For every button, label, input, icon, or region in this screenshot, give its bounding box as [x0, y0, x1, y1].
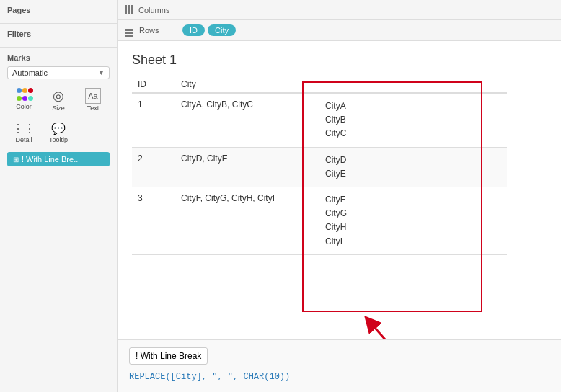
table-row: 3 CityF, CityG, CityH, CityI CityFCityGC…: [132, 187, 507, 254]
columns-label: Columns: [125, 5, 182, 15]
marks-section: Marks Automatic ▼ Color: [0, 48, 117, 172]
marks-label: Marks: [7, 53, 110, 62]
row-3-city-expanded: CityFCityGCityHCityI: [319, 187, 464, 254]
text-icon: Aa: [85, 88, 101, 104]
detail-label: Detail: [15, 136, 32, 143]
tooltip-label: Tooltip: [49, 136, 68, 143]
columns-icon: [125, 5, 136, 15]
main-content: Columns Rows ID City Sheet 1 ID: [118, 0, 561, 392]
size-label: Size: [52, 104, 65, 112]
id-pill[interactable]: ID: [182, 24, 205, 36]
filters-label: Filters: [7, 30, 110, 38]
formula-area: ! With Line Break REPLACE([City], ", ", …: [118, 339, 561, 392]
data-table: ID City 1 CityA, CityB, CityC CityACityB…: [132, 76, 507, 255]
color-label: Color: [16, 103, 32, 110]
dot-teal: [28, 96, 33, 101]
row-2-city-expanded: CityDCityE: [319, 147, 464, 187]
dot-purple: [22, 96, 27, 101]
rows-text: Rows: [139, 26, 159, 35]
row-3-id: 3: [132, 187, 175, 254]
tooltip-icon: 💬: [51, 122, 66, 135]
red-arrow: [355, 308, 399, 339]
formula-name-display: ! With Line Break: [129, 347, 549, 369]
rows-row: Rows ID City: [118, 20, 561, 40]
detail-icon: ⋮⋮: [12, 122, 35, 135]
table-row: 2 CityD, CityE CityDCityE: [132, 147, 507, 187]
col-header-id: ID: [132, 76, 175, 93]
col-header-spacer: [464, 76, 507, 93]
columns-text: Columns: [138, 6, 169, 14]
filters-section: Filters: [0, 24, 117, 48]
color-button[interactable]: Color: [7, 85, 40, 115]
rows-label: Rows: [125, 24, 182, 37]
col-header-empty: [319, 76, 464, 93]
sidebar: Pages Filters Marks Automatic ▼: [0, 0, 118, 392]
size-icon: ◎: [53, 88, 64, 104]
rows-icon: [125, 24, 136, 37]
marks-buttons-grid: Color ◎ Size Aa Text: [7, 85, 110, 115]
row-2-city: CityD, CityE: [175, 147, 319, 187]
with-line-break-label: ! With Line Bre..: [22, 155, 78, 164]
pages-section: Pages: [0, 0, 117, 24]
marks-buttons-grid2: ⋮⋮ Detail 💬 Tooltip: [7, 119, 110, 146]
col-header-city: City: [175, 76, 319, 93]
with-line-break-button[interactable]: ⊞ ! With Line Bre..: [7, 152, 110, 166]
row-1-spacer: [464, 93, 507, 147]
detail-button[interactable]: ⋮⋮ Detail: [7, 119, 40, 146]
table-row: 1 CityA, CityB, CityC CityACityBCityC: [132, 93, 507, 147]
with-line-break-icon: ⊞: [13, 156, 19, 164]
text-button[interactable]: Aa Text: [76, 85, 110, 115]
row-1-city: CityA, CityB, CityC: [175, 93, 319, 147]
row-1-city-expanded: CityACityBCityC: [319, 93, 464, 147]
color-icon: [17, 88, 31, 102]
sheet-canvas: Sheet 1 ID City 1 CityA, CityB, CityC Ci…: [118, 41, 561, 339]
row-2-id: 2: [132, 147, 175, 187]
row-2-spacer: [464, 147, 507, 187]
svg-line-1: [370, 322, 390, 339]
formula-code: REPLACE([City], ", ", CHAR(10)): [129, 369, 549, 385]
dot-orange: [22, 88, 27, 93]
formula-name-input[interactable]: ! With Line Break: [129, 347, 208, 365]
dot-green: [17, 96, 22, 101]
text-label: Text: [87, 104, 100, 112]
row-3-spacer: [464, 187, 507, 254]
row-1-id: 1: [132, 93, 175, 147]
tooltip-button[interactable]: 💬 Tooltip: [42, 119, 75, 146]
columns-row: Columns: [118, 0, 561, 20]
marks-type-dropdown[interactable]: Automatic ▼: [7, 66, 110, 79]
dot-blue: [17, 88, 22, 93]
canvas-header: Columns Rows ID City: [118, 0, 561, 41]
marks-dropdown-label: Automatic: [12, 68, 48, 77]
dropdown-arrow-icon: ▼: [98, 69, 105, 76]
city-pill[interactable]: City: [208, 24, 236, 36]
row-3-city: CityF, CityG, CityH, CityI: [175, 187, 319, 254]
pages-label: Pages: [7, 6, 110, 14]
dot-red: [28, 88, 33, 93]
size-button[interactable]: ◎ Size: [42, 85, 75, 115]
sheet-title: Sheet 1: [132, 53, 547, 68]
with-line-break-container: ⊞ ! With Line Bre..: [7, 152, 110, 166]
